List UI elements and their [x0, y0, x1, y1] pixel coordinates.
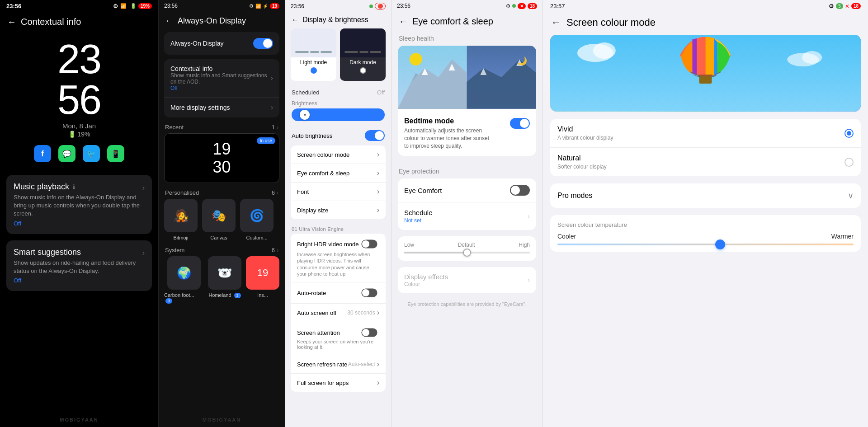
contextual-link[interactable]: Off — [170, 85, 271, 91]
notif-badge-5: 18 — [851, 3, 861, 9]
eye-comfort-slider-track[interactable] — [404, 252, 530, 253]
system-count: 6 › — [272, 247, 278, 253]
bitmoji-thumb: 🧑‍🎤 — [164, 199, 198, 232]
auto-brightness-toggle[interactable] — [365, 130, 385, 141]
brightness-thumb[interactable]: ☀ — [300, 110, 310, 120]
eyecare-footer: Eye protection capabilities are provided… — [392, 300, 542, 309]
temp-card: Screen colour temperature Cooler Warmer — [550, 215, 861, 252]
page-title-1: Contextual info — [21, 17, 81, 27]
more-display-row[interactable]: More display settings › — [164, 98, 279, 117]
dark-mode-radio[interactable] — [360, 67, 366, 74]
slider-thumb[interactable] — [463, 249, 471, 257]
back-icon-1[interactable]: ← — [7, 17, 16, 27]
hdr-title: Bright HDR video mode — [297, 241, 359, 248]
facebook-icon[interactable]: f — [34, 145, 51, 162]
temp-thumb[interactable] — [715, 239, 725, 249]
light-mode-card[interactable]: Light mode — [291, 28, 336, 81]
aod-toggle[interactable] — [253, 38, 273, 49]
chevron-contextual: › — [271, 74, 273, 82]
chevron-down-pro[interactable]: ∨ — [848, 191, 854, 201]
screen-attention-toggle[interactable] — [361, 328, 377, 337]
dark-mode-label: Dark mode — [340, 59, 386, 66]
aod-toggle-row[interactable]: Always-On Display — [164, 32, 279, 55]
twitter-icon[interactable]: 🐦 — [83, 145, 100, 162]
grid-item-carbon[interactable]: 🌍 Carbon foot... 3 — [164, 256, 203, 303]
font-label: Font — [297, 188, 309, 195]
chevron-schedule: › — [528, 212, 530, 221]
font-row[interactable]: Font › — [291, 183, 386, 201]
auto-screen-off-value: 30 seconds — [347, 310, 375, 316]
charge-icon: ⚡ — [263, 4, 268, 9]
contextual-row[interactable]: Contextual info Show music info and Smar… — [164, 59, 279, 98]
full-screen-row[interactable]: Full screen for apps › — [291, 374, 386, 392]
eye-comfort-toggle[interactable] — [510, 185, 530, 196]
natural-radio[interactable] — [844, 158, 854, 167]
scheduled-label: Scheduled — [292, 89, 319, 96]
eye-comfort-label: Eye comfort & sleep — [297, 170, 349, 177]
red-x-5: ✕ — [845, 3, 849, 9]
eye-comfort-row[interactable]: Eye comfort & sleep › — [291, 164, 386, 183]
signal-icon-2: 📶 — [255, 4, 261, 9]
whatsapp-icon[interactable]: 📱 — [107, 145, 124, 162]
back-icon-2[interactable]: ← — [165, 16, 173, 26]
auto-rotate-toggle[interactable] — [361, 289, 377, 297]
watermark-1: MOBIGYAAN — [60, 417, 98, 422]
more-display-title: More display settings — [170, 104, 230, 111]
vivid-option-row[interactable]: Vivid A vibrant colour display — [550, 119, 861, 148]
aod-preview[interactable]: In use 1930 — [164, 133, 279, 183]
scheduled-row[interactable]: Scheduled Off — [285, 86, 391, 100]
bedtime-info: Bedtime mode Automatically adjusts the s… — [404, 117, 495, 150]
schedule-row[interactable]: Schedule Not set › — [398, 202, 536, 230]
screen-attention-row[interactable]: Screen attention Keeps your screen on wh… — [291, 322, 386, 355]
auto-brightness-row[interactable]: Auto brightness — [285, 127, 391, 145]
grid-item-custom[interactable]: 🌀 Custom... — [240, 199, 274, 240]
bar1d — [344, 51, 358, 53]
grid-item-homeland[interactable]: 🐻‍❄️ Homeland 3 — [208, 256, 241, 303]
music-link[interactable]: Off — [14, 220, 145, 227]
cooler-label: Cooler — [557, 233, 576, 240]
green-dot-4 — [512, 4, 516, 8]
hdr-row[interactable]: Bright HDR video mode Increase screen br… — [291, 234, 386, 282]
status-icons-1: ⚙ 📶 🔋 19% — [113, 3, 152, 9]
personalised-text: Personalised — [165, 189, 199, 196]
gear-icon-5: ⚙ — [829, 3, 834, 9]
eye-comfort-row[interactable]: Eye Comfort — [398, 178, 536, 202]
natural-info: Natural Softer colour display — [557, 154, 607, 170]
grid-item-ins[interactable]: 19 Ins... — [246, 256, 279, 303]
chevron-right-smart[interactable]: › — [142, 249, 145, 257]
svg-text:☀: ☀ — [411, 56, 418, 63]
vivid-radio[interactable] — [844, 129, 854, 138]
notification-badge-1: 19% — [138, 3, 152, 9]
back-icon-3[interactable]: ← — [292, 16, 299, 24]
hdr-toggle[interactable] — [361, 239, 377, 248]
smart-link[interactable]: Off — [14, 277, 145, 284]
messenger-icon[interactable]: 💬 — [58, 145, 75, 162]
grid-item-canvas[interactable]: 🎭 Canvas — [202, 199, 236, 240]
pro-modes-row[interactable]: Pro modes ∨ — [550, 183, 861, 208]
display-effects-row[interactable]: Display effects Colour › — [398, 267, 536, 293]
display-size-row[interactable]: Display size › — [291, 201, 386, 219]
natural-option-row[interactable]: Natural Softer colour display — [550, 148, 861, 176]
balloon-svg — [550, 35, 861, 112]
warmer-label: Warmer — [831, 233, 854, 240]
dark-mode-card[interactable]: Dark mode — [340, 28, 386, 81]
brightness-slider[interactable]: ☀ — [292, 108, 385, 121]
aod-label: Always-On Display — [170, 40, 223, 47]
back-icon-5[interactable]: ← — [551, 17, 561, 28]
schedule-title: Schedule — [404, 209, 433, 216]
chevron-right-music[interactable]: › — [142, 184, 145, 192]
recent-label: Recent — [165, 124, 184, 131]
bedtime-toggle[interactable] — [510, 118, 530, 129]
refresh-rate-row[interactable]: Screen refresh rate Auto-select › — [291, 355, 386, 374]
status-bar-2: 23:56 ⚙ 📶 ⚡ 19 — [159, 0, 285, 12]
grid-item-bitmoji[interactable]: 🧑‍🎤 Bitmoji — [164, 199, 198, 240]
temp-slider-track[interactable] — [557, 244, 854, 245]
scheduled-value: Off — [377, 89, 385, 96]
back-icon-4[interactable]: ← — [399, 16, 408, 27]
auto-screen-off-row[interactable]: Auto screen off 30 seconds › — [291, 304, 386, 322]
screen-colour-row[interactable]: Screen colour mode › — [291, 145, 386, 164]
light-mode-radio[interactable] — [311, 67, 317, 74]
auto-rotate-row[interactable]: Auto-rotate — [291, 282, 386, 304]
chevron-more-display: › — [271, 103, 273, 112]
ultra-vision-section: Bright HDR video mode Increase screen br… — [291, 234, 386, 392]
